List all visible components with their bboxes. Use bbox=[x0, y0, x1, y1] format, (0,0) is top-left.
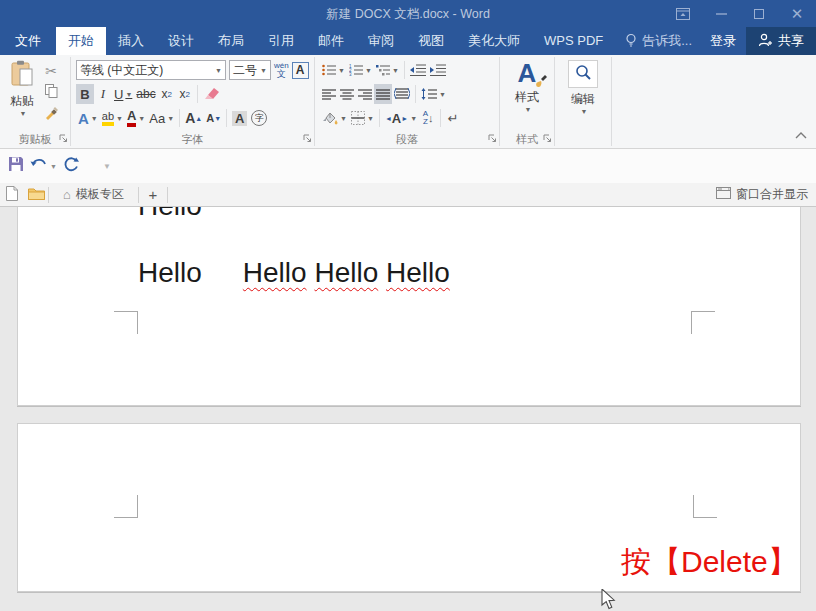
undo-button[interactable]: ▼ bbox=[30, 157, 57, 175]
tab-mailings[interactable]: 邮件 bbox=[306, 27, 356, 55]
editing-dropdown-arrow[interactable]: ▼ bbox=[581, 108, 588, 115]
styles-dialog-launcher[interactable] bbox=[543, 133, 552, 145]
numbering-dropdown-arrow[interactable]: ▼ bbox=[365, 67, 372, 74]
bullets-button[interactable]: ▼ bbox=[320, 60, 347, 80]
paste-button[interactable]: 粘贴 ▼ bbox=[3, 58, 41, 131]
superscript-button[interactable]: x2 bbox=[176, 84, 194, 104]
editing-group: 编辑 ▼ bbox=[555, 55, 611, 148]
asian-layout-button[interactable]: ◄A►▼ bbox=[383, 108, 419, 128]
share-button[interactable]: 共享 bbox=[746, 27, 816, 55]
subscript-button[interactable]: x2 bbox=[158, 84, 176, 104]
open-folder-button[interactable] bbox=[24, 187, 48, 203]
numbering-button[interactable]: 123▼ bbox=[347, 60, 374, 80]
save-button[interactable] bbox=[8, 156, 24, 176]
bullets-dropdown-arrow[interactable]: ▼ bbox=[338, 67, 345, 74]
highlight-dropdown-arrow[interactable]: ▼ bbox=[116, 115, 123, 122]
change-case-dropdown-arrow[interactable]: ▼ bbox=[167, 115, 174, 122]
tab-design[interactable]: 设计 bbox=[156, 27, 206, 55]
document-page-1[interactable]: Hello HelloHello Hello Hello bbox=[17, 207, 801, 406]
close-button[interactable]: ✕ bbox=[778, 0, 816, 27]
borders-button[interactable]: ▼ bbox=[349, 108, 376, 128]
tab-view[interactable]: 视图 bbox=[406, 27, 456, 55]
shading-dropdown-arrow[interactable]: ▼ bbox=[340, 115, 347, 122]
clear-formatting-button[interactable] bbox=[201, 84, 223, 104]
show-hide-marks-button[interactable]: ↵ bbox=[444, 108, 462, 128]
align-center-icon bbox=[340, 89, 354, 100]
justify-button[interactable] bbox=[374, 84, 392, 104]
sort-button[interactable]: A Z ↓ bbox=[419, 108, 437, 128]
clipboard-group-footer: 剪贴板 bbox=[0, 131, 70, 148]
font-color-dropdown-arrow[interactable]: ▼ bbox=[138, 115, 145, 122]
underline-dropdown-arrow[interactable]: ▼ bbox=[125, 91, 132, 98]
minimize-button[interactable] bbox=[702, 0, 740, 27]
merge-windows-toggle[interactable]: 窗口合并显示 bbox=[716, 186, 816, 203]
font-family-select[interactable]: 等线 (中文正文) ▼ bbox=[76, 60, 226, 80]
line-spacing-dropdown-arrow[interactable]: ▼ bbox=[439, 91, 446, 98]
phonetic-guide-button[interactable]: wén 文 bbox=[274, 62, 289, 79]
paragraph-dialog-launcher[interactable] bbox=[488, 133, 497, 145]
styles-button-label: 样式 bbox=[515, 89, 539, 106]
line-spacing-button[interactable]: ▼ bbox=[419, 84, 448, 104]
tab-template-zone[interactable]: ⌂ 模板专区 bbox=[49, 183, 138, 207]
align-left-button[interactable] bbox=[320, 84, 338, 104]
quick-access-toolbar: ▼ ▼ bbox=[0, 149, 816, 183]
decrease-indent-button[interactable] bbox=[408, 60, 428, 80]
font-color-button[interactable]: A▼ bbox=[125, 108, 147, 128]
bold-button[interactable]: B bbox=[76, 84, 94, 104]
format-painter-button[interactable] bbox=[41, 106, 61, 124]
styles-brush-icon bbox=[532, 72, 548, 88]
multilevel-list-button[interactable]: ▼ bbox=[374, 60, 401, 80]
shrink-font-button[interactable]: A▼ bbox=[204, 108, 223, 128]
italic-button[interactable]: I bbox=[94, 84, 112, 104]
character-shading-button[interactable]: A bbox=[230, 108, 249, 128]
copy-button[interactable] bbox=[41, 84, 61, 102]
font-size-select[interactable]: 二号 ▼ bbox=[229, 60, 271, 80]
collapse-ribbon-button[interactable] bbox=[795, 125, 807, 143]
tell-me-box[interactable]: 告诉我... bbox=[617, 27, 700, 55]
enclose-characters-button[interactable]: 字 bbox=[249, 108, 269, 128]
share-label: 共享 bbox=[778, 32, 804, 50]
styles-button[interactable]: A 样式 ▼ bbox=[504, 58, 550, 131]
align-center-button[interactable] bbox=[338, 84, 356, 104]
distribute-button[interactable] bbox=[392, 84, 412, 104]
tab-references[interactable]: 引用 bbox=[256, 27, 306, 55]
tab-insert[interactable]: 插入 bbox=[106, 27, 156, 55]
new-document-button[interactable] bbox=[0, 186, 24, 204]
tab-file[interactable]: 文件 bbox=[0, 27, 56, 55]
shading-button[interactable]: ▼ bbox=[320, 108, 349, 128]
font-dialog-launcher[interactable] bbox=[303, 133, 312, 145]
paste-dropdown-arrow[interactable]: ▼ bbox=[20, 110, 27, 117]
editing-button[interactable]: 编辑 ▼ bbox=[560, 58, 606, 148]
tab-layout[interactable]: 布局 bbox=[206, 27, 256, 55]
clipboard-dialog-launcher[interactable] bbox=[59, 133, 68, 145]
text-effects-dropdown-arrow[interactable]: ▼ bbox=[91, 115, 98, 122]
highlight-button[interactable]: ab▼ bbox=[100, 108, 125, 128]
sign-in-button[interactable]: 登录 bbox=[700, 27, 746, 55]
document-page-2[interactable]: 按【Delete】 bbox=[17, 423, 801, 592]
new-tab-button[interactable]: + bbox=[139, 186, 167, 203]
change-case-button[interactable]: Aa▼ bbox=[147, 108, 176, 128]
increase-indent-button[interactable] bbox=[428, 60, 448, 80]
strikethrough-button[interactable]: abc bbox=[134, 84, 157, 104]
cut-button[interactable]: ✂ bbox=[41, 62, 61, 80]
grow-font-button[interactable]: A▲ bbox=[183, 108, 204, 128]
text-effects-button[interactable]: A▼ bbox=[76, 108, 100, 128]
tab-wps-pdf[interactable]: WPS PDF bbox=[532, 27, 615, 55]
tab-review[interactable]: 审阅 bbox=[356, 27, 406, 55]
multilevel-dropdown-arrow[interactable]: ▼ bbox=[392, 67, 399, 74]
character-border-button[interactable]: A bbox=[292, 62, 309, 79]
align-right-button[interactable] bbox=[356, 84, 374, 104]
redo-button[interactable] bbox=[63, 157, 79, 176]
tab-beautify-master[interactable]: 美化大师 bbox=[456, 27, 532, 55]
styles-dropdown-arrow[interactable]: ▼ bbox=[525, 106, 532, 113]
underline-button[interactable]: U▼ bbox=[112, 84, 134, 104]
ribbon-display-options-button[interactable] bbox=[664, 0, 702, 27]
customize-qat-arrow[interactable]: ▼ bbox=[103, 162, 111, 171]
undo-dropdown-arrow[interactable]: ▼ bbox=[50, 163, 57, 170]
document-area[interactable]: Hello HelloHello Hello Hello 按【Delete】 bbox=[0, 207, 816, 611]
borders-dropdown-arrow[interactable]: ▼ bbox=[367, 115, 374, 122]
window-controls: ✕ bbox=[664, 0, 816, 27]
tab-home[interactable]: 开始 bbox=[56, 27, 106, 55]
maximize-button[interactable] bbox=[740, 0, 778, 27]
asian-layout-dropdown-arrow[interactable]: ▼ bbox=[410, 115, 417, 122]
